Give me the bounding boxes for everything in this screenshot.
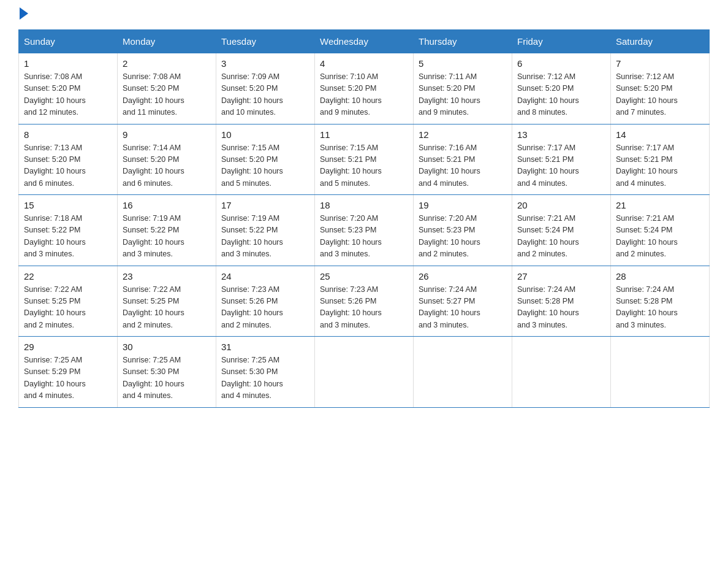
day-cell-12: 12 Sunrise: 7:16 AMSunset: 5:21 PMDaylig… — [414, 124, 512, 195]
day-info: Sunrise: 7:14 AMSunset: 5:20 PMDaylight:… — [123, 144, 184, 188]
day-cell-9: 9 Sunrise: 7:14 AMSunset: 5:20 PMDayligh… — [118, 124, 216, 195]
day-cell-24: 24 Sunrise: 7:23 AMSunset: 5:26 PMDaylig… — [216, 266, 315, 337]
day-number: 24 — [221, 271, 309, 282]
weekday-header-sunday: Sunday — [19, 30, 118, 53]
day-number: 8 — [24, 129, 112, 140]
day-info: Sunrise: 7:16 AMSunset: 5:21 PMDaylight:… — [419, 144, 480, 188]
empty-cell-w5-d7 — [611, 337, 710, 408]
day-info: Sunrise: 7:10 AMSunset: 5:20 PMDaylight:… — [320, 72, 382, 117]
day-number: 6 — [517, 58, 605, 69]
day-cell-8: 8 Sunrise: 7:13 AMSunset: 5:20 PMDayligh… — [19, 124, 118, 195]
day-info: Sunrise: 7:24 AMSunset: 5:28 PMDaylight:… — [616, 285, 678, 329]
page-header — [18, 12, 710, 20]
day-cell-27: 27 Sunrise: 7:24 AMSunset: 5:28 PMDaylig… — [512, 266, 611, 337]
logo — [18, 12, 28, 20]
day-number: 22 — [24, 271, 112, 282]
weekday-header-saturday: Saturday — [611, 30, 710, 53]
calendar-table: SundayMondayTuesdayWednesdayThursdayFrid… — [18, 29, 710, 408]
day-number: 17 — [221, 200, 309, 210]
day-number: 25 — [320, 271, 408, 282]
day-info: Sunrise: 7:09 AMSunset: 5:20 PMDaylight:… — [221, 72, 283, 117]
day-cell-25: 25 Sunrise: 7:23 AMSunset: 5:26 PMDaylig… — [315, 266, 414, 337]
day-info: Sunrise: 7:15 AMSunset: 5:20 PMDaylight:… — [221, 144, 283, 188]
day-info: Sunrise: 7:19 AMSunset: 5:22 PMDaylight:… — [123, 214, 184, 258]
day-cell-23: 23 Sunrise: 7:22 AMSunset: 5:25 PMDaylig… — [118, 266, 216, 337]
day-cell-26: 26 Sunrise: 7:24 AMSunset: 5:27 PMDaylig… — [414, 266, 512, 337]
day-info: Sunrise: 7:13 AMSunset: 5:20 PMDaylight:… — [24, 144, 86, 188]
day-cell-21: 21 Sunrise: 7:21 AMSunset: 5:24 PMDaylig… — [611, 195, 710, 266]
day-info: Sunrise: 7:15 AMSunset: 5:21 PMDaylight:… — [320, 144, 382, 188]
day-number: 10 — [221, 129, 309, 140]
day-cell-14: 14 Sunrise: 7:17 AMSunset: 5:21 PMDaylig… — [611, 124, 710, 195]
day-cell-4: 4 Sunrise: 7:10 AMSunset: 5:20 PMDayligh… — [315, 53, 414, 124]
day-info: Sunrise: 7:23 AMSunset: 5:26 PMDaylight:… — [221, 285, 283, 329]
day-info: Sunrise: 7:24 AMSunset: 5:28 PMDaylight:… — [517, 285, 579, 329]
day-info: Sunrise: 7:21 AMSunset: 5:24 PMDaylight:… — [517, 214, 579, 258]
weekday-header-monday: Monday — [118, 30, 216, 53]
day-number: 19 — [419, 200, 507, 210]
day-number: 29 — [24, 342, 112, 352]
day-number: 5 — [419, 58, 507, 69]
day-number: 13 — [517, 129, 605, 140]
day-number: 7 — [616, 58, 704, 69]
day-cell-10: 10 Sunrise: 7:15 AMSunset: 5:20 PMDaylig… — [216, 124, 315, 195]
day-info: Sunrise: 7:18 AMSunset: 5:22 PMDaylight:… — [24, 214, 86, 258]
day-cell-5: 5 Sunrise: 7:11 AMSunset: 5:20 PMDayligh… — [414, 53, 512, 124]
day-number: 3 — [221, 58, 309, 69]
weekday-header-wednesday: Wednesday — [315, 30, 414, 53]
day-cell-17: 17 Sunrise: 7:19 AMSunset: 5:22 PMDaylig… — [216, 195, 315, 266]
day-number: 2 — [123, 58, 211, 69]
day-info: Sunrise: 7:22 AMSunset: 5:25 PMDaylight:… — [24, 285, 86, 329]
day-cell-15: 15 Sunrise: 7:18 AMSunset: 5:22 PMDaylig… — [19, 195, 118, 266]
day-number: 20 — [517, 200, 605, 210]
day-cell-31: 31 Sunrise: 7:25 AMSunset: 5:30 PMDaylig… — [216, 337, 315, 408]
day-info: Sunrise: 7:17 AMSunset: 5:21 PMDaylight:… — [517, 144, 579, 188]
day-number: 23 — [123, 271, 211, 282]
day-info: Sunrise: 7:08 AMSunset: 5:20 PMDaylight:… — [123, 72, 184, 117]
day-cell-20: 20 Sunrise: 7:21 AMSunset: 5:24 PMDaylig… — [512, 195, 611, 266]
day-info: Sunrise: 7:19 AMSunset: 5:22 PMDaylight:… — [221, 214, 283, 258]
day-cell-13: 13 Sunrise: 7:17 AMSunset: 5:21 PMDaylig… — [512, 124, 611, 195]
day-info: Sunrise: 7:21 AMSunset: 5:24 PMDaylight:… — [616, 214, 678, 258]
day-cell-19: 19 Sunrise: 7:20 AMSunset: 5:23 PMDaylig… — [414, 195, 512, 266]
day-number: 18 — [320, 200, 408, 210]
day-info: Sunrise: 7:25 AMSunset: 5:30 PMDaylight:… — [221, 356, 283, 400]
day-cell-22: 22 Sunrise: 7:22 AMSunset: 5:25 PMDaylig… — [19, 266, 118, 337]
day-info: Sunrise: 7:12 AMSunset: 5:20 PMDaylight:… — [517, 72, 579, 117]
weekday-header-row: SundayMondayTuesdayWednesdayThursdayFrid… — [19, 30, 710, 53]
week-row-4: 22 Sunrise: 7:22 AMSunset: 5:25 PMDaylig… — [19, 266, 710, 337]
day-info: Sunrise: 7:11 AMSunset: 5:20 PMDaylight:… — [419, 72, 480, 117]
day-number: 12 — [419, 129, 507, 140]
day-info: Sunrise: 7:25 AMSunset: 5:30 PMDaylight:… — [123, 356, 184, 400]
day-number: 31 — [221, 342, 309, 352]
day-cell-28: 28 Sunrise: 7:24 AMSunset: 5:28 PMDaylig… — [611, 266, 710, 337]
day-number: 26 — [419, 271, 507, 282]
day-cell-16: 16 Sunrise: 7:19 AMSunset: 5:22 PMDaylig… — [118, 195, 216, 266]
day-number: 21 — [616, 200, 704, 210]
day-number: 27 — [517, 271, 605, 282]
day-info: Sunrise: 7:17 AMSunset: 5:21 PMDaylight:… — [616, 144, 678, 188]
day-cell-29: 29 Sunrise: 7:25 AMSunset: 5:29 PMDaylig… — [19, 337, 118, 408]
empty-cell-w5-d4 — [315, 337, 414, 408]
day-info: Sunrise: 7:12 AMSunset: 5:20 PMDaylight:… — [616, 72, 678, 117]
day-cell-6: 6 Sunrise: 7:12 AMSunset: 5:20 PMDayligh… — [512, 53, 611, 124]
week-row-5: 29 Sunrise: 7:25 AMSunset: 5:29 PMDaylig… — [19, 337, 710, 408]
day-number: 9 — [123, 129, 211, 140]
day-number: 1 — [24, 58, 112, 69]
day-cell-3: 3 Sunrise: 7:09 AMSunset: 5:20 PMDayligh… — [216, 53, 315, 124]
empty-cell-w5-d5 — [414, 337, 512, 408]
day-info: Sunrise: 7:24 AMSunset: 5:27 PMDaylight:… — [419, 285, 480, 329]
day-number: 16 — [123, 200, 211, 210]
weekday-header-friday: Friday — [512, 30, 611, 53]
day-number: 4 — [320, 58, 408, 69]
logo-arrow-icon — [20, 7, 28, 20]
day-cell-30: 30 Sunrise: 7:25 AMSunset: 5:30 PMDaylig… — [118, 337, 216, 408]
day-info: Sunrise: 7:08 AMSunset: 5:20 PMDaylight:… — [24, 72, 86, 117]
day-info: Sunrise: 7:22 AMSunset: 5:25 PMDaylight:… — [123, 285, 184, 329]
empty-cell-w5-d6 — [512, 337, 611, 408]
weekday-header-tuesday: Tuesday — [216, 30, 315, 53]
day-cell-7: 7 Sunrise: 7:12 AMSunset: 5:20 PMDayligh… — [611, 53, 710, 124]
day-number: 30 — [123, 342, 211, 352]
day-cell-2: 2 Sunrise: 7:08 AMSunset: 5:20 PMDayligh… — [118, 53, 216, 124]
day-cell-11: 11 Sunrise: 7:15 AMSunset: 5:21 PMDaylig… — [315, 124, 414, 195]
